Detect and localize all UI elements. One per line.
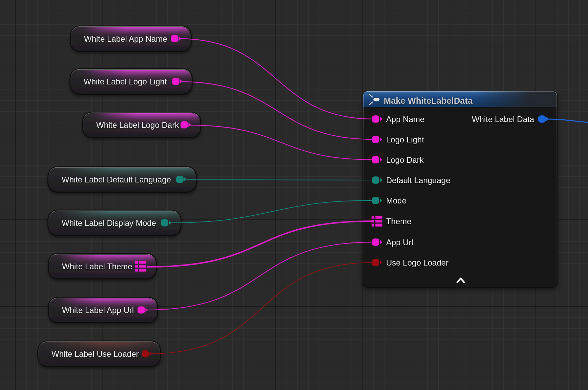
svg-text:White Label Use Loader: White Label Use Loader <box>51 349 139 358</box>
svg-text:White Label Logo Light: White Label Logo Light <box>84 77 167 86</box>
svg-text:Make WhiteLabelData: Make WhiteLabelData <box>384 96 473 105</box>
svg-text:App Url: App Url <box>386 238 413 247</box>
svg-text:Default Language: Default Language <box>386 176 450 185</box>
svg-text:White Label App Name: White Label App Name <box>84 34 167 43</box>
svg-text:Logo Dark: Logo Dark <box>386 155 424 164</box>
svg-text:Use Logo Loader: Use Logo Loader <box>386 258 448 267</box>
svg-text:Theme: Theme <box>386 217 412 226</box>
svg-text:White Label Default Language: White Label Default Language <box>62 175 171 184</box>
svg-text:White Label Theme: White Label Theme <box>62 262 132 271</box>
svg-text:Mode: Mode <box>386 196 406 205</box>
svg-text:Logo Light: Logo Light <box>386 135 424 144</box>
svg-text:White Label Display Mode: White Label Display Mode <box>62 218 156 228</box>
svg-text:App Name: App Name <box>386 115 424 124</box>
svg-text:White Label Logo Dark: White Label Logo Dark <box>96 120 179 130</box>
svg-text:White Label Data: White Label Data <box>472 115 534 124</box>
svg-text:White Label App Url: White Label App Url <box>62 306 134 315</box>
